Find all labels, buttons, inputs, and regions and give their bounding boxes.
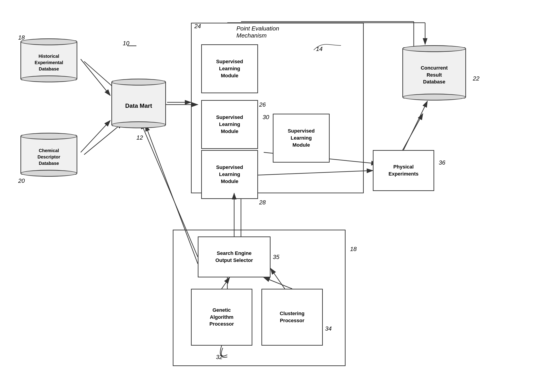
physical-experiments-box: PhysicalExperiments bbox=[373, 150, 434, 191]
point-eval-label: Point EvaluationMechanism bbox=[237, 25, 279, 39]
svg-line-21 bbox=[404, 101, 427, 150]
ref-18-hist: 18 bbox=[18, 34, 25, 41]
svg-line-15 bbox=[81, 59, 110, 95]
chemical-db: ChemicalDescriptorDatabase bbox=[18, 132, 79, 177]
slm2-label: SupervisedLearningModule bbox=[216, 114, 243, 135]
chemical-db-label: ChemicalDescriptorDatabase bbox=[37, 147, 60, 166]
search-engine-selector-label: Search EngineOutput Selector bbox=[215, 250, 253, 264]
ref-36: 36 bbox=[439, 159, 445, 166]
ref-28: 28 bbox=[259, 199, 266, 206]
concurrent-db-label: ConcurrentResultDatabase bbox=[421, 65, 448, 85]
slm3-box: SupervisedLearningModule bbox=[201, 150, 258, 199]
slm3-label: SupervisedLearningModule bbox=[216, 164, 243, 185]
ref-24-top: 24 bbox=[194, 23, 201, 30]
clustering-processor-box: ClusteringProcessor bbox=[261, 289, 323, 346]
ref-12: 12 bbox=[136, 134, 143, 141]
ref-34: 34 bbox=[325, 325, 332, 332]
physical-experiments-label: PhysicalExperiments bbox=[389, 163, 418, 177]
ref-26: 26 bbox=[259, 101, 266, 108]
genetic-algorithm-box: GeneticAlgorithmProcessor bbox=[191, 289, 252, 346]
slm4-box: SupervisedLearningModule bbox=[273, 114, 330, 163]
data-mart-label: Data Mart bbox=[125, 102, 152, 109]
ref-14: 14 bbox=[316, 46, 323, 52]
slm1-label: SupervisedLearningModule bbox=[216, 58, 243, 79]
slm4-label: SupervisedLearningModule bbox=[288, 128, 315, 149]
clustering-processor-label: ClusteringProcessor bbox=[280, 310, 305, 324]
slm2-box: SupervisedLearningModule bbox=[201, 100, 258, 149]
ref-18-search: 18 bbox=[350, 246, 357, 253]
svg-line-8 bbox=[400, 114, 423, 155]
genetic-algorithm-label: GeneticAlgorithmProcessor bbox=[209, 307, 234, 328]
slm1-box: SupervisedLearningModule bbox=[201, 44, 258, 93]
data-mart: Data Mart bbox=[109, 77, 168, 130]
concurrent-result-db: ConcurrentResultDatabase bbox=[400, 44, 468, 101]
ref-20: 20 bbox=[18, 177, 25, 184]
search-engine-selector-box: Search EngineOutput Selector bbox=[198, 237, 270, 277]
historical-db: HistoricalExperimentalDatabase bbox=[18, 37, 79, 83]
ref-32: 32 bbox=[216, 354, 223, 361]
ref-35: 35 bbox=[273, 253, 279, 261]
historical-db-label: HistoricalExperimentalDatabase bbox=[35, 53, 63, 72]
ref-22: 22 bbox=[473, 75, 479, 82]
diagram-container: 10 HistoricalExperimentalDatabase 18 Che… bbox=[0, 0, 534, 392]
svg-line-16 bbox=[81, 121, 110, 152]
ref-30: 30 bbox=[263, 114, 269, 121]
